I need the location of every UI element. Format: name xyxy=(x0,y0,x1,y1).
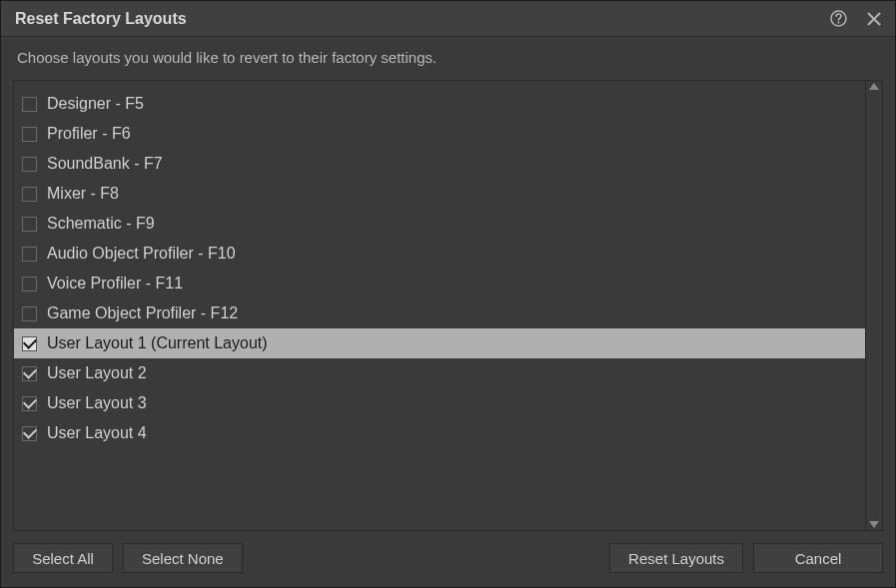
layout-item-label: Designer - F5 xyxy=(47,95,144,113)
close-icon[interactable] xyxy=(867,12,881,26)
cancel-button[interactable]: Cancel xyxy=(753,543,883,573)
titlebar-controls xyxy=(830,10,881,27)
layout-item-label: Profiler - F6 xyxy=(47,125,131,143)
layout-item-label: Game Object Profiler - F12 xyxy=(47,304,238,322)
layout-item-label: Audio Object Profiler - F10 xyxy=(47,245,236,263)
layout-checkbox[interactable] xyxy=(22,336,37,351)
layout-checkbox[interactable] xyxy=(22,97,37,112)
layout-item-label: User Layout 2 xyxy=(47,364,147,382)
content-area: Designer - F5Profiler - F6SoundBank - F7… xyxy=(13,80,883,531)
layout-item[interactable]: Voice Profiler - F11 xyxy=(14,269,865,298)
layout-item[interactable]: User Layout 4 xyxy=(14,418,865,448)
layout-item-label: Schematic - F9 xyxy=(47,215,155,233)
dialog-subtitle: Choose layouts you would like to revert … xyxy=(1,37,895,80)
layout-checkbox[interactable] xyxy=(22,127,37,142)
layout-item-label: User Layout 3 xyxy=(47,394,147,412)
layout-checkbox[interactable] xyxy=(22,157,37,172)
dialog-window: Reset Factory Layouts Choose layouts you… xyxy=(0,0,896,588)
layout-item[interactable]: SoundBank - F7 xyxy=(14,149,865,179)
svg-point-1 xyxy=(838,22,840,24)
layout-checkbox[interactable] xyxy=(22,306,37,321)
layout-checkbox[interactable] xyxy=(22,396,37,411)
layout-item-label: User Layout 1 (Current Layout) xyxy=(47,334,268,352)
dialog-title: Reset Factory Layouts xyxy=(15,10,187,28)
layout-checkbox[interactable] xyxy=(22,426,37,441)
select-none-button[interactable]: Select None xyxy=(123,543,243,573)
layout-item-label: Voice Profiler - F11 xyxy=(47,275,183,293)
scrollbar-up-icon[interactable] xyxy=(869,83,879,90)
layout-item[interactable]: Mixer - F8 xyxy=(14,179,865,209)
scrollbar[interactable] xyxy=(866,80,883,531)
layout-item[interactable]: Game Object Profiler - F12 xyxy=(14,298,865,328)
layout-item[interactable]: Profiler - F6 xyxy=(14,119,865,149)
layout-item[interactable]: User Layout 1 (Current Layout) xyxy=(14,328,865,358)
scrollbar-down-icon[interactable] xyxy=(869,521,879,528)
layout-item[interactable]: User Layout 2 xyxy=(14,358,865,388)
layout-item-label: SoundBank - F7 xyxy=(47,155,163,173)
layout-item-label: Mixer - F8 xyxy=(47,185,119,203)
help-icon[interactable] xyxy=(830,10,847,27)
reset-layouts-button[interactable]: Reset Layouts xyxy=(609,543,743,573)
layout-checkbox[interactable] xyxy=(22,187,37,202)
layout-checkbox[interactable] xyxy=(22,217,37,232)
layouts-listbox[interactable]: Designer - F5Profiler - F6SoundBank - F7… xyxy=(13,80,866,531)
layout-checkbox[interactable] xyxy=(22,247,37,262)
dialog-footer: Select All Select None Reset Layouts Can… xyxy=(1,543,895,587)
layout-item[interactable]: Schematic - F9 xyxy=(14,209,865,239)
layout-item[interactable]: Designer - F5 xyxy=(14,89,865,119)
titlebar: Reset Factory Layouts xyxy=(1,1,895,37)
footer-left-buttons: Select All Select None xyxy=(13,543,243,573)
layout-checkbox[interactable] xyxy=(22,366,37,381)
layout-item[interactable]: Audio Object Profiler - F10 xyxy=(14,239,865,269)
layout-item[interactable]: User Layout 3 xyxy=(14,388,865,418)
layout-item-label: User Layout 4 xyxy=(47,424,147,442)
footer-right-buttons: Reset Layouts Cancel xyxy=(609,543,883,573)
layout-checkbox[interactable] xyxy=(22,277,37,292)
select-all-button[interactable]: Select All xyxy=(13,543,113,573)
